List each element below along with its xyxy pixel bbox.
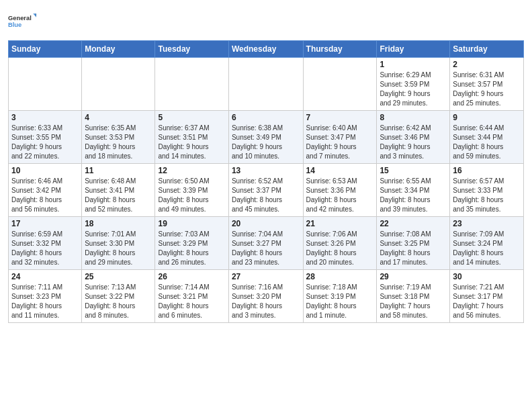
calendar-week-row: 24Sunrise: 7:11 AMSunset: 3:23 PMDayligh… <box>9 270 524 323</box>
calendar-cell: 26Sunrise: 7:14 AMSunset: 3:21 PMDayligh… <box>155 270 228 323</box>
calendar-cell: 13Sunrise: 6:52 AMSunset: 3:37 PMDayligh… <box>228 164 303 217</box>
day-number: 11 <box>85 166 152 175</box>
calendar-cell <box>9 58 82 111</box>
day-header-thursday: Thursday <box>303 41 377 58</box>
calendar-cell: 5Sunrise: 6:37 AMSunset: 3:51 PMDaylight… <box>155 111 228 164</box>
calendar-cell: 19Sunrise: 7:03 AMSunset: 3:29 PMDayligh… <box>155 217 228 270</box>
day-info: Sunrise: 6:33 AMSunset: 3:55 PMDaylight:… <box>11 124 79 161</box>
day-info: Sunrise: 7:01 AMSunset: 3:30 PMDaylight:… <box>85 230 152 267</box>
day-info: Sunrise: 7:13 AMSunset: 3:22 PMDaylight:… <box>85 283 152 320</box>
calendar-cell: 11Sunrise: 6:48 AMSunset: 3:41 PMDayligh… <box>82 164 155 217</box>
day-number: 16 <box>453 166 521 175</box>
calendar-cell: 7Sunrise: 6:40 AMSunset: 3:47 PMDaylight… <box>303 111 377 164</box>
calendar-cell: 28Sunrise: 7:18 AMSunset: 3:19 PMDayligh… <box>303 270 377 323</box>
calendar-week-row: 10Sunrise: 6:46 AMSunset: 3:42 PMDayligh… <box>9 164 524 217</box>
day-info: Sunrise: 6:44 AMSunset: 3:44 PMDaylight:… <box>453 124 521 161</box>
day-number: 8 <box>380 113 447 122</box>
day-info: Sunrise: 7:16 AMSunset: 3:20 PMDaylight:… <box>232 283 300 320</box>
calendar-cell: 16Sunrise: 6:57 AMSunset: 3:33 PMDayligh… <box>450 164 524 217</box>
day-info: Sunrise: 6:38 AMSunset: 3:49 PMDaylight:… <box>232 124 300 161</box>
calendar-cell: 8Sunrise: 6:42 AMSunset: 3:46 PMDaylight… <box>377 111 450 164</box>
calendar-cell: 9Sunrise: 6:44 AMSunset: 3:44 PMDaylight… <box>450 111 524 164</box>
day-info: Sunrise: 6:35 AMSunset: 3:53 PMDaylight:… <box>85 124 152 161</box>
calendar-cell <box>228 58 303 111</box>
day-number: 10 <box>11 166 79 175</box>
header: General Blue <box>8 7 524 35</box>
calendar-cell: 27Sunrise: 7:16 AMSunset: 3:20 PMDayligh… <box>228 270 303 323</box>
day-number: 3 <box>11 113 79 122</box>
day-number: 9 <box>453 113 521 122</box>
day-number: 6 <box>232 113 300 122</box>
day-number: 21 <box>306 219 374 228</box>
day-number: 14 <box>306 166 374 175</box>
calendar-week-row: 3Sunrise: 6:33 AMSunset: 3:55 PMDaylight… <box>9 111 524 164</box>
day-number: 7 <box>306 113 374 122</box>
day-info: Sunrise: 6:46 AMSunset: 3:42 PMDaylight:… <box>11 177 79 214</box>
day-number: 1 <box>380 60 447 69</box>
calendar-cell: 14Sunrise: 6:53 AMSunset: 3:36 PMDayligh… <box>303 164 377 217</box>
day-number: 23 <box>453 219 521 228</box>
day-header-friday: Friday <box>377 41 450 58</box>
day-info: Sunrise: 7:06 AMSunset: 3:26 PMDaylight:… <box>306 230 374 267</box>
day-header-tuesday: Tuesday <box>155 41 228 58</box>
day-number: 13 <box>232 166 300 175</box>
calendar-cell: 22Sunrise: 7:08 AMSunset: 3:25 PMDayligh… <box>377 217 450 270</box>
day-info: Sunrise: 7:09 AMSunset: 3:24 PMDaylight:… <box>453 230 521 267</box>
calendar-cell: 2Sunrise: 6:31 AMSunset: 3:57 PMDaylight… <box>450 58 524 111</box>
day-info: Sunrise: 6:55 AMSunset: 3:34 PMDaylight:… <box>380 177 447 214</box>
calendar-week-row: 17Sunrise: 6:59 AMSunset: 3:32 PMDayligh… <box>9 217 524 270</box>
calendar-table: SundayMondayTuesdayWednesdayThursdayFrid… <box>8 40 524 323</box>
day-header-monday: Monday <box>82 41 155 58</box>
day-info: Sunrise: 7:11 AMSunset: 3:23 PMDaylight:… <box>11 283 79 320</box>
day-number: 18 <box>85 219 152 228</box>
day-info: Sunrise: 7:08 AMSunset: 3:25 PMDaylight:… <box>380 230 447 267</box>
logo-icon: General Blue <box>8 7 36 35</box>
day-number: 30 <box>453 272 521 281</box>
calendar-week-row: 1Sunrise: 6:29 AMSunset: 3:59 PMDaylight… <box>9 58 524 111</box>
day-info: Sunrise: 6:53 AMSunset: 3:36 PMDaylight:… <box>306 177 374 214</box>
day-info: Sunrise: 7:03 AMSunset: 3:29 PMDaylight:… <box>158 230 225 267</box>
day-info: Sunrise: 6:29 AMSunset: 3:59 PMDaylight:… <box>380 71 447 108</box>
calendar-cell: 10Sunrise: 6:46 AMSunset: 3:42 PMDayligh… <box>9 164 82 217</box>
page: General Blue SundayMondayTuesdayWednesda… <box>0 0 532 411</box>
day-number: 5 <box>158 113 225 122</box>
day-number: 19 <box>158 219 225 228</box>
calendar-cell: 30Sunrise: 7:21 AMSunset: 3:17 PMDayligh… <box>450 270 524 323</box>
day-info: Sunrise: 6:42 AMSunset: 3:46 PMDaylight:… <box>380 124 447 161</box>
day-number: 22 <box>380 219 447 228</box>
day-header-saturday: Saturday <box>450 41 524 58</box>
calendar-cell: 23Sunrise: 7:09 AMSunset: 3:24 PMDayligh… <box>450 217 524 270</box>
calendar-cell: 24Sunrise: 7:11 AMSunset: 3:23 PMDayligh… <box>9 270 82 323</box>
day-number: 24 <box>11 272 79 281</box>
calendar-cell: 4Sunrise: 6:35 AMSunset: 3:53 PMDaylight… <box>82 111 155 164</box>
calendar-cell <box>82 58 155 111</box>
day-info: Sunrise: 6:31 AMSunset: 3:57 PMDaylight:… <box>453 71 521 108</box>
day-number: 29 <box>380 272 447 281</box>
calendar-cell: 29Sunrise: 7:19 AMSunset: 3:18 PMDayligh… <box>377 270 450 323</box>
calendar-cell: 15Sunrise: 6:55 AMSunset: 3:34 PMDayligh… <box>377 164 450 217</box>
calendar-cell: 25Sunrise: 7:13 AMSunset: 3:22 PMDayligh… <box>82 270 155 323</box>
svg-text:Blue: Blue <box>8 21 21 28</box>
day-info: Sunrise: 7:21 AMSunset: 3:17 PMDaylight:… <box>453 283 521 320</box>
day-info: Sunrise: 6:50 AMSunset: 3:39 PMDaylight:… <box>158 177 225 214</box>
calendar-cell: 21Sunrise: 7:06 AMSunset: 3:26 PMDayligh… <box>303 217 377 270</box>
day-info: Sunrise: 6:52 AMSunset: 3:37 PMDaylight:… <box>232 177 300 214</box>
day-info: Sunrise: 6:40 AMSunset: 3:47 PMDaylight:… <box>306 124 374 161</box>
svg-text:General: General <box>8 15 32 21</box>
day-info: Sunrise: 7:14 AMSunset: 3:21 PMDaylight:… <box>158 283 225 320</box>
calendar-cell <box>155 58 228 111</box>
calendar-cell: 17Sunrise: 6:59 AMSunset: 3:32 PMDayligh… <box>9 217 82 270</box>
day-info: Sunrise: 7:19 AMSunset: 3:18 PMDaylight:… <box>380 283 447 320</box>
calendar-cell: 20Sunrise: 7:04 AMSunset: 3:27 PMDayligh… <box>228 217 303 270</box>
calendar-cell: 6Sunrise: 6:38 AMSunset: 3:49 PMDaylight… <box>228 111 303 164</box>
day-number: 25 <box>85 272 152 281</box>
day-info: Sunrise: 6:59 AMSunset: 3:32 PMDaylight:… <box>11 230 79 267</box>
day-number: 17 <box>11 219 79 228</box>
day-number: 28 <box>306 272 374 281</box>
calendar-cell: 12Sunrise: 6:50 AMSunset: 3:39 PMDayligh… <box>155 164 228 217</box>
calendar-cell: 1Sunrise: 6:29 AMSunset: 3:59 PMDaylight… <box>377 58 450 111</box>
day-info: Sunrise: 6:48 AMSunset: 3:41 PMDaylight:… <box>85 177 152 214</box>
logo: General Blue <box>8 7 36 35</box>
calendar-cell <box>303 58 377 111</box>
day-header-sunday: Sunday <box>9 41 82 58</box>
